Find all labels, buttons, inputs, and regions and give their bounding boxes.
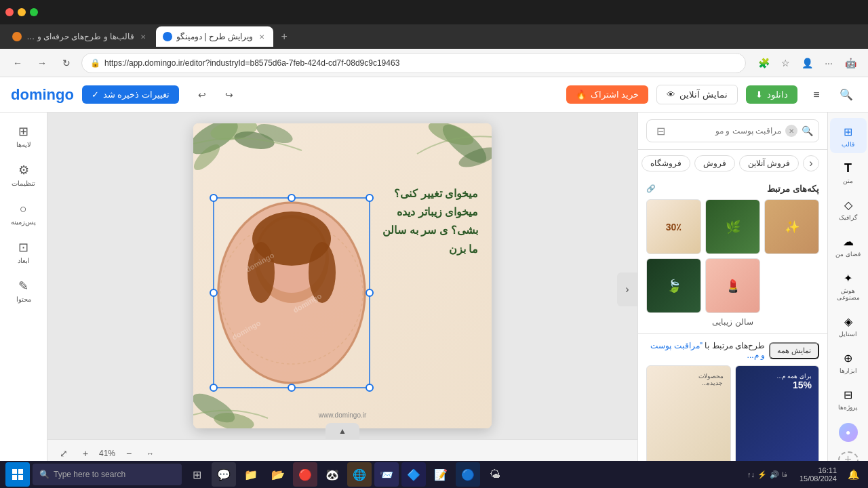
- canvas-fit-button[interactable]: ⤢: [56, 445, 72, 462]
- extensions-btn[interactable]: 🧩: [754, 54, 773, 73]
- text-icon: T: [840, 160, 856, 176]
- redo-button[interactable]: ↪: [220, 85, 239, 104]
- taskbar-app5[interactable]: 🔵: [456, 462, 480, 487]
- tab-2[interactable]: ویرایش طرح | دومینگو ✕: [156, 26, 273, 47]
- card-text-1: میخوای تغییر کنی؟ میخوای زیباتر دیده بشی…: [382, 184, 478, 258]
- minimize-btn[interactable]: [18, 8, 26, 16]
- forward-button[interactable]: →: [33, 54, 52, 73]
- svg-point-23: [366, 195, 373, 201]
- zoom-in-button[interactable]: +: [77, 445, 94, 462]
- show-all-button[interactable]: نمایش همه: [769, 342, 819, 359]
- undo-button[interactable]: ↩: [193, 85, 212, 104]
- taskbar-browser[interactable]: 🌐: [347, 462, 372, 487]
- pack-3-icon: ✨: [785, 220, 800, 235]
- taskbar-explorer[interactable]: 📁: [239, 462, 263, 487]
- toolbar-settings[interactable]: ⚙ تنظیمات: [3, 157, 44, 192]
- subscribe-label: خرید اشتراک: [591, 89, 639, 100]
- svg-point-25: [366, 384, 373, 391]
- tab-2-label: ویرایش طرح | دومینگو: [176, 32, 253, 41]
- zoom-percent: 41%: [99, 449, 115, 458]
- toolbar-background[interactable]: ○ پس‌زمینه: [3, 195, 44, 231]
- search-bar[interactable]: ⊟ ✕ 🔍: [646, 119, 819, 142]
- svg-rect-31: [18, 469, 23, 474]
- taskbar-mail[interactable]: 📨: [374, 462, 399, 487]
- tab-1[interactable]: قالب‌ها و طرح‌های حرفه‌ای و رایگان ✕: [5, 26, 155, 47]
- tab-1-close[interactable]: ✕: [138, 32, 148, 41]
- save-button[interactable]: ✓ تغییرات ذخیره شد: [82, 85, 179, 104]
- dimensions-label: ابعاد: [18, 257, 30, 264]
- pack-4-icon: 🍃: [667, 279, 682, 293]
- maximize-btn[interactable]: [30, 8, 38, 16]
- clock[interactable]: 16:11 15/08/2024: [795, 466, 841, 483]
- panel-expand-button[interactable]: ›: [617, 272, 637, 306]
- tab-2-close[interactable]: ✕: [257, 32, 267, 41]
- packs-title: پکه‌های مرتبط: [767, 184, 819, 194]
- search-filter-icon[interactable]: ⊟: [652, 123, 669, 139]
- taskbar-search[interactable]: 🔍 Type here to search: [33, 464, 182, 485]
- far-panel-ai[interactable]: ✦ هوش مصنوعی: [830, 264, 867, 306]
- close-btn[interactable]: [5, 8, 14, 16]
- tags-nav-arrow[interactable]: ‹: [803, 155, 819, 171]
- taskbar-weather[interactable]: 🌤: [483, 462, 507, 487]
- toolbar-layers[interactable]: ⊞ لایه‌ها: [3, 118, 44, 154]
- zoom-fit-button[interactable]: ↔: [142, 445, 158, 462]
- tag-online-sale[interactable]: فروش آنلاین: [739, 155, 799, 171]
- search-clear-btn[interactable]: ✕: [785, 125, 797, 137]
- svg-point-27: [288, 384, 295, 391]
- far-panel-myspace[interactable]: ☁ فضای من: [830, 228, 867, 263]
- zoom-out-button[interactable]: −: [121, 445, 137, 462]
- canvas-up-button[interactable]: ▲: [326, 423, 359, 439]
- template-item-1[interactable]: محصولاتجدیده... 🛒: [646, 365, 731, 466]
- menu-button[interactable]: ≡: [806, 84, 827, 106]
- toolbar-content[interactable]: ✎ محتوا: [3, 272, 44, 308]
- preview-button[interactable]: 👁 نمایش آنلاین: [656, 85, 738, 104]
- url-input[interactable]: [104, 58, 737, 68]
- taskbar-chat[interactable]: 💬: [212, 462, 236, 487]
- tab-1-icon: [12, 32, 22, 41]
- packs-link-icon[interactable]: 🔗: [646, 184, 656, 193]
- profile-btn[interactable]: 👤: [797, 54, 816, 73]
- myspace-label: فضای من: [835, 251, 861, 258]
- taskview-btn[interactable]: ⊞: [184, 462, 209, 487]
- tag-sale[interactable]: فروش: [694, 155, 735, 171]
- start-button[interactable]: [5, 462, 30, 487]
- design-canvas[interactable]: domingo domingo domingo: [193, 123, 492, 428]
- more-options-btn[interactable]: ···: [819, 54, 838, 73]
- far-panel-projects[interactable]: ⊟ پروژه‌ها: [830, 381, 867, 416]
- toolbar-dimensions[interactable]: ⊡ ابعاد: [3, 234, 44, 270]
- pack-item-2[interactable]: 🌿: [705, 199, 760, 254]
- header-search-button[interactable]: 🔍: [835, 84, 857, 106]
- notification-button[interactable]: 🔔: [844, 465, 863, 484]
- pack-item-4[interactable]: 🍃: [646, 258, 701, 313]
- far-panel-style[interactable]: ◈ استایل: [830, 308, 867, 343]
- new-tab-btn[interactable]: +: [275, 27, 294, 46]
- refresh-button[interactable]: ↻: [57, 54, 76, 73]
- subscribe-button[interactable]: 🔥 خرید اشتراک: [566, 85, 649, 104]
- taskbar-app3[interactable]: 🔷: [401, 462, 426, 487]
- search-input[interactable]: [673, 126, 781, 136]
- template-item-2[interactable]: برای همه م...15% 🛒: [735, 365, 820, 466]
- taskbar-folder[interactable]: 📂: [266, 462, 290, 487]
- related-header: نمایش همه طرح‌های مرتبط با "مراقبت پوست …: [646, 341, 819, 360]
- pack-item-1[interactable]: 30٪: [646, 199, 701, 254]
- pack-item-5[interactable]: 💄: [705, 258, 760, 313]
- far-panel-text[interactable]: T متن: [830, 155, 867, 190]
- address-bar[interactable]: 🔒: [81, 53, 746, 73]
- far-panel-more[interactable]: ●: [830, 418, 867, 447]
- svg-rect-32: [12, 475, 17, 480]
- back-button[interactable]: ←: [8, 54, 27, 73]
- clock-time: 16:11: [818, 466, 837, 474]
- favorites-btn[interactable]: ☆: [776, 54, 795, 73]
- taskbar-app1[interactable]: 🔴: [293, 462, 317, 487]
- far-panel-template[interactable]: ⊞ قالب: [830, 118, 867, 153]
- pack-item-3[interactable]: ✨: [764, 199, 819, 254]
- volume-icon: 🔊: [770, 470, 779, 479]
- far-panel-graphics[interactable]: ◇ گرافیک: [830, 191, 867, 226]
- tag-store[interactable]: فروشگاه: [642, 155, 690, 171]
- copilot-btn[interactable]: 🤖: [841, 54, 860, 73]
- taskbar-app4[interactable]: 📝: [429, 462, 453, 487]
- download-button[interactable]: ⬇ دانلود: [746, 85, 797, 104]
- far-panel-tools[interactable]: ⊕ ابزارها: [830, 344, 867, 380]
- taskbar-app2[interactable]: 🐼: [320, 462, 344, 487]
- canvas-area[interactable]: 🛒 خرید طرح: [47, 113, 637, 466]
